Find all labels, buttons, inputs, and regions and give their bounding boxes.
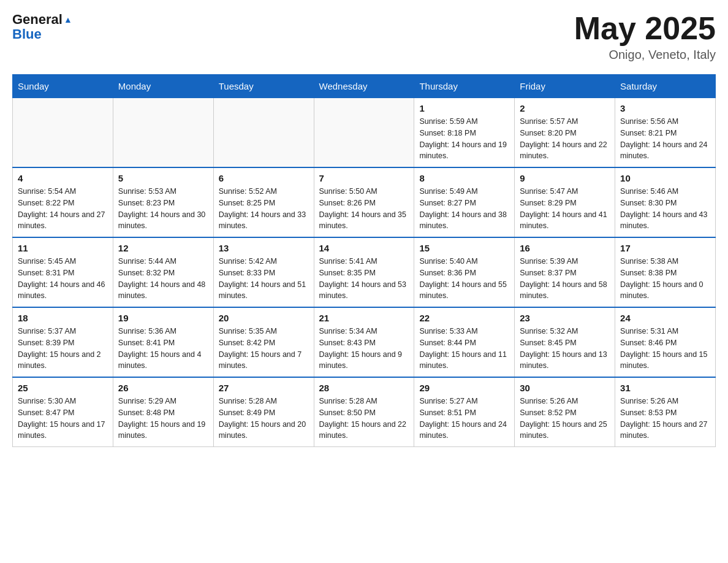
day-info: Sunrise: 5:38 AM Sunset: 8:38 PM Dayligh… (620, 256, 710, 302)
day-info: Sunrise: 5:26 AM Sunset: 8:53 PM Dayligh… (620, 396, 710, 442)
calendar-cell (113, 98, 213, 168)
calendar-week-row: 1Sunrise: 5:59 AM Sunset: 8:18 PM Daylig… (13, 98, 716, 168)
calendar-table: SundayMondayTuesdayWednesdayThursdayFrid… (12, 74, 716, 447)
calendar-cell: 28Sunrise: 5:28 AM Sunset: 8:50 PM Dayli… (314, 377, 414, 447)
month-year: May 2025 (574, 12, 716, 44)
day-info: Sunrise: 5:31 AM Sunset: 8:46 PM Dayligh… (620, 326, 710, 372)
day-info: Sunrise: 5:27 AM Sunset: 8:51 PM Dayligh… (419, 396, 509, 442)
day-info: Sunrise: 5:26 AM Sunset: 8:52 PM Dayligh… (520, 396, 610, 442)
day-info: Sunrise: 5:40 AM Sunset: 8:36 PM Dayligh… (419, 256, 509, 302)
calendar-cell: 10Sunrise: 5:46 AM Sunset: 8:30 PM Dayli… (615, 167, 716, 237)
day-number: 28 (319, 383, 409, 393)
logo-general: General (12, 12, 63, 27)
day-number: 19 (118, 313, 208, 323)
column-header-friday: Friday (515, 75, 615, 98)
day-info: Sunrise: 5:34 AM Sunset: 8:43 PM Dayligh… (319, 326, 409, 372)
title-block: May 2025 Onigo, Veneto, Italy (574, 12, 716, 62)
day-number: 23 (520, 313, 610, 323)
day-number: 4 (18, 173, 108, 183)
calendar-week-row: 18Sunrise: 5:37 AM Sunset: 8:39 PM Dayli… (13, 307, 716, 377)
day-number: 22 (419, 313, 509, 323)
day-info: Sunrise: 5:50 AM Sunset: 8:26 PM Dayligh… (319, 186, 409, 232)
day-number: 15 (419, 243, 509, 253)
calendar-cell: 3Sunrise: 5:56 AM Sunset: 8:21 PM Daylig… (615, 98, 716, 168)
day-info: Sunrise: 5:56 AM Sunset: 8:21 PM Dayligh… (620, 116, 710, 162)
calendar-cell: 5Sunrise: 5:53 AM Sunset: 8:23 PM Daylig… (113, 167, 213, 237)
calendar-cell: 6Sunrise: 5:52 AM Sunset: 8:25 PM Daylig… (213, 167, 314, 237)
day-number: 24 (620, 313, 710, 323)
day-number: 3 (620, 103, 710, 113)
day-info: Sunrise: 5:32 AM Sunset: 8:45 PM Dayligh… (520, 326, 610, 372)
day-info: Sunrise: 5:28 AM Sunset: 8:49 PM Dayligh… (219, 396, 309, 442)
calendar-cell: 21Sunrise: 5:34 AM Sunset: 8:43 PM Dayli… (314, 307, 414, 377)
day-number: 5 (118, 173, 208, 183)
day-number: 16 (520, 243, 610, 253)
day-number: 7 (319, 173, 409, 183)
location: Onigo, Veneto, Italy (574, 48, 716, 62)
day-number: 11 (18, 243, 108, 253)
calendar-cell: 2Sunrise: 5:57 AM Sunset: 8:20 PM Daylig… (515, 98, 615, 168)
calendar-cell: 1Sunrise: 5:59 AM Sunset: 8:18 PM Daylig… (414, 98, 515, 168)
calendar-cell: 19Sunrise: 5:36 AM Sunset: 8:41 PM Dayli… (113, 307, 213, 377)
day-info: Sunrise: 5:41 AM Sunset: 8:35 PM Dayligh… (319, 256, 409, 302)
column-header-wednesday: Wednesday (314, 75, 414, 98)
day-info: Sunrise: 5:42 AM Sunset: 8:33 PM Dayligh… (219, 256, 309, 302)
calendar-cell: 12Sunrise: 5:44 AM Sunset: 8:32 PM Dayli… (113, 237, 213, 307)
calendar-cell: 14Sunrise: 5:41 AM Sunset: 8:35 PM Dayli… (314, 237, 414, 307)
page-header: General▲ Blue May 2025 Onigo, Veneto, It… (12, 12, 716, 62)
day-number: 31 (620, 383, 710, 393)
day-info: Sunrise: 5:28 AM Sunset: 8:50 PM Dayligh… (319, 396, 409, 442)
calendar-cell: 29Sunrise: 5:27 AM Sunset: 8:51 PM Dayli… (414, 377, 515, 447)
day-number: 30 (520, 383, 610, 393)
day-number: 12 (118, 243, 208, 253)
calendar-cell: 31Sunrise: 5:26 AM Sunset: 8:53 PM Dayli… (615, 377, 716, 447)
calendar-cell: 26Sunrise: 5:29 AM Sunset: 8:48 PM Dayli… (113, 377, 213, 447)
calendar-cell: 9Sunrise: 5:47 AM Sunset: 8:29 PM Daylig… (515, 167, 615, 237)
day-info: Sunrise: 5:54 AM Sunset: 8:22 PM Dayligh… (18, 186, 108, 232)
day-info: Sunrise: 5:49 AM Sunset: 8:27 PM Dayligh… (419, 186, 509, 232)
day-number: 9 (520, 173, 610, 183)
calendar-cell: 4Sunrise: 5:54 AM Sunset: 8:22 PM Daylig… (13, 167, 113, 237)
day-number: 10 (620, 173, 710, 183)
calendar-cell: 20Sunrise: 5:35 AM Sunset: 8:42 PM Dayli… (213, 307, 314, 377)
calendar-cell: 30Sunrise: 5:26 AM Sunset: 8:52 PM Dayli… (515, 377, 615, 447)
day-number: 29 (419, 383, 509, 393)
calendar-cell: 18Sunrise: 5:37 AM Sunset: 8:39 PM Dayli… (13, 307, 113, 377)
calendar-cell (13, 98, 113, 168)
calendar-cell: 16Sunrise: 5:39 AM Sunset: 8:37 PM Dayli… (515, 237, 615, 307)
day-info: Sunrise: 5:37 AM Sunset: 8:39 PM Dayligh… (18, 326, 108, 372)
calendar-cell (213, 98, 314, 168)
calendar-cell: 27Sunrise: 5:28 AM Sunset: 8:49 PM Dayli… (213, 377, 314, 447)
calendar-cell (314, 98, 414, 168)
day-info: Sunrise: 5:33 AM Sunset: 8:44 PM Dayligh… (419, 326, 509, 372)
day-info: Sunrise: 5:47 AM Sunset: 8:29 PM Dayligh… (520, 186, 610, 232)
calendar-cell: 15Sunrise: 5:40 AM Sunset: 8:36 PM Dayli… (414, 237, 515, 307)
logo-triangle: ▲ (64, 15, 72, 25)
column-header-tuesday: Tuesday (213, 75, 314, 98)
day-number: 21 (319, 313, 409, 323)
day-number: 26 (118, 383, 208, 393)
day-info: Sunrise: 5:57 AM Sunset: 8:20 PM Dayligh… (520, 116, 610, 162)
calendar-cell: 11Sunrise: 5:45 AM Sunset: 8:31 PM Dayli… (13, 237, 113, 307)
day-info: Sunrise: 5:35 AM Sunset: 8:42 PM Dayligh… (219, 326, 309, 372)
day-info: Sunrise: 5:52 AM Sunset: 8:25 PM Dayligh… (219, 186, 309, 232)
column-header-monday: Monday (113, 75, 213, 98)
day-number: 8 (419, 173, 509, 183)
day-info: Sunrise: 5:59 AM Sunset: 8:18 PM Dayligh… (419, 116, 509, 162)
calendar-cell: 25Sunrise: 5:30 AM Sunset: 8:47 PM Dayli… (13, 377, 113, 447)
logo-blue: Blue (12, 26, 42, 42)
column-header-saturday: Saturday (615, 75, 716, 98)
day-info: Sunrise: 5:46 AM Sunset: 8:30 PM Dayligh… (620, 186, 710, 232)
day-info: Sunrise: 5:39 AM Sunset: 8:37 PM Dayligh… (520, 256, 610, 302)
day-info: Sunrise: 5:36 AM Sunset: 8:41 PM Dayligh… (118, 326, 208, 372)
day-number: 20 (219, 313, 309, 323)
calendar-cell: 23Sunrise: 5:32 AM Sunset: 8:45 PM Dayli… (515, 307, 615, 377)
day-number: 25 (18, 383, 108, 393)
day-number: 13 (219, 243, 309, 253)
calendar-week-row: 25Sunrise: 5:30 AM Sunset: 8:47 PM Dayli… (13, 377, 716, 447)
calendar-cell: 8Sunrise: 5:49 AM Sunset: 8:27 PM Daylig… (414, 167, 515, 237)
calendar-header-row: SundayMondayTuesdayWednesdayThursdayFrid… (13, 75, 716, 98)
day-number: 27 (219, 383, 309, 393)
day-info: Sunrise: 5:29 AM Sunset: 8:48 PM Dayligh… (118, 396, 208, 442)
day-info: Sunrise: 5:53 AM Sunset: 8:23 PM Dayligh… (118, 186, 208, 232)
